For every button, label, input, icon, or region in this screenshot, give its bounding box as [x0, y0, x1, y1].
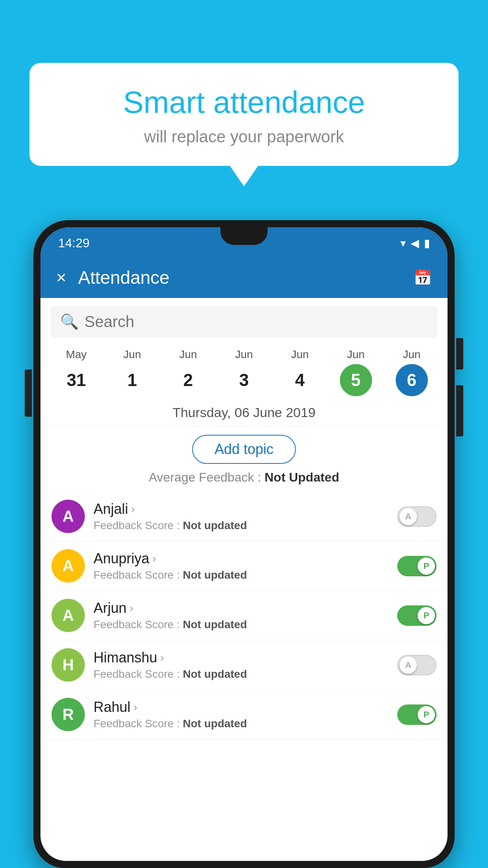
header-title: Attendance: [78, 267, 413, 288]
feedback-score: Feedback Score : Not updated: [94, 618, 397, 631]
side-button-right-top: [456, 338, 463, 370]
toggle-knob: A: [400, 657, 417, 674]
student-item[interactable]: AAnjali ›Feedback Score : Not updatedA: [40, 492, 448, 541]
selected-date-label: Thursday, 06 June 2019: [48, 396, 440, 426]
phone-notch: [220, 227, 268, 245]
search-container: 🔍: [50, 306, 438, 337]
toggle-wrapper: A: [397, 506, 437, 527]
toggle-wrapper: P: [397, 704, 437, 725]
student-name: Anupriya ›: [94, 550, 397, 567]
student-info: Anupriya ›Feedback Score : Not updated: [94, 550, 397, 581]
student-item[interactable]: HHimanshu ›Feedback Score : Not updatedA: [40, 640, 448, 690]
wifi-icon: ▾: [400, 237, 406, 250]
calendar-day[interactable]: Jun2: [172, 348, 204, 396]
cal-month-label: Jun: [347, 348, 365, 361]
side-button-left: [25, 370, 32, 417]
student-info: Himanshu ›Feedback Score : Not updated: [94, 649, 397, 680]
feedback-score: Feedback Score : Not updated: [94, 668, 397, 680]
feedback-score: Feedback Score : Not updated: [94, 519, 397, 532]
cal-month-label: Jun: [403, 348, 420, 361]
app-header: × Attendance 📅: [40, 257, 448, 298]
signal-icon: ◀: [411, 237, 419, 250]
student-name: Rahul ›: [94, 699, 397, 715]
cal-date-label: 1: [116, 364, 148, 396]
calendar-day[interactable]: May31: [60, 348, 92, 396]
cal-date-label: 6: [396, 364, 428, 396]
avg-feedback-label: Average Feedback :: [149, 470, 265, 484]
bubble-title: Smart attendance: [53, 85, 435, 120]
avatar: A: [51, 500, 85, 533]
cal-date-label: 5: [340, 364, 372, 396]
student-list: AAnjali ›Feedback Score : Not updatedAAA…: [40, 492, 448, 739]
student-item[interactable]: AAnupriya ›Feedback Score : Not updatedP: [40, 541, 448, 591]
cal-month-label: Jun: [123, 348, 141, 361]
cal-month-label: May: [66, 348, 87, 361]
chevron-icon: ›: [152, 552, 156, 565]
student-name: Anjali ›: [94, 501, 397, 517]
feedback-score: Feedback Score : Not updated: [94, 717, 397, 730]
avatar: R: [51, 698, 85, 731]
avg-feedback-value: Not Updated: [264, 470, 339, 484]
battery-icon: ▮: [424, 237, 430, 250]
speech-bubble: Smart attendance will replace your paper…: [29, 63, 459, 166]
calendar-day[interactable]: Jun4: [284, 348, 316, 396]
cal-month-label: Jun: [291, 348, 309, 361]
calendar-day[interactable]: Jun3: [228, 348, 260, 396]
toggle-knob: P: [418, 607, 435, 624]
chevron-icon: ›: [131, 503, 135, 515]
cal-date-label: 3: [228, 364, 260, 396]
calendar-day[interactable]: Jun1: [116, 348, 148, 396]
toggle-knob: P: [418, 706, 435, 723]
toggle-wrapper: A: [397, 655, 437, 675]
attendance-toggle[interactable]: A: [397, 655, 437, 675]
side-button-right-bottom: [456, 385, 463, 436]
phone-frame: 14:29 ▾ ◀ ▮ × Attendance 📅 🔍 May31Jun1Ju…: [33, 220, 455, 868]
toggle-knob: P: [418, 557, 435, 575]
search-icon: 🔍: [60, 313, 79, 330]
status-time: 14:29: [58, 236, 90, 250]
attendance-toggle[interactable]: P: [397, 605, 437, 626]
calendar-day[interactable]: Jun6: [396, 348, 428, 396]
chevron-icon: ›: [134, 701, 137, 714]
calendar-icon[interactable]: 📅: [413, 269, 432, 286]
chevron-icon: ›: [130, 602, 133, 614]
feedback-score: Feedback Score : Not updated: [94, 569, 397, 581]
calendar-day[interactable]: Jun5: [340, 348, 372, 396]
avatar: A: [51, 549, 85, 583]
toggle-wrapper: P: [397, 556, 437, 576]
attendance-toggle[interactable]: P: [397, 556, 437, 576]
bubble-subtitle: will replace your paperwork: [53, 127, 435, 146]
cal-month-label: Jun: [235, 348, 253, 361]
calendar-row: May31Jun1Jun2Jun3Jun4Jun5Jun6: [40, 341, 448, 396]
student-info: Anjali ›Feedback Score : Not updated: [94, 501, 397, 532]
cal-date-label: 4: [284, 364, 316, 396]
close-button[interactable]: ×: [56, 268, 66, 287]
toggle-knob: A: [400, 508, 417, 525]
avatar: H: [51, 648, 85, 682]
avatar: A: [51, 599, 85, 632]
student-name: Arjun ›: [94, 600, 397, 616]
chevron-icon: ›: [160, 651, 164, 664]
attendance-toggle[interactable]: A: [397, 506, 437, 527]
student-item[interactable]: AArjun ›Feedback Score : Not updatedP: [40, 591, 448, 640]
phone-screen: 14:29 ▾ ◀ ▮ × Attendance 📅 🔍 May31Jun1Ju…: [40, 227, 448, 861]
cal-date-label: 31: [60, 364, 92, 396]
toggle-wrapper: P: [397, 605, 437, 626]
search-input[interactable]: [84, 313, 428, 331]
attendance-toggle[interactable]: P: [397, 704, 437, 725]
add-topic-button[interactable]: Add topic: [192, 435, 296, 464]
student-info: Rahul ›Feedback Score : Not updated: [94, 699, 397, 730]
average-feedback: Average Feedback : Not Updated: [40, 470, 448, 492]
student-info: Arjun ›Feedback Score : Not updated: [94, 600, 397, 631]
cal-month-label: Jun: [179, 348, 197, 361]
cal-date-label: 2: [172, 364, 204, 396]
student-item[interactable]: RRahul ›Feedback Score : Not updatedP: [40, 690, 448, 739]
status-icons: ▾ ◀ ▮: [400, 237, 430, 250]
student-name: Himanshu ›: [94, 649, 397, 666]
